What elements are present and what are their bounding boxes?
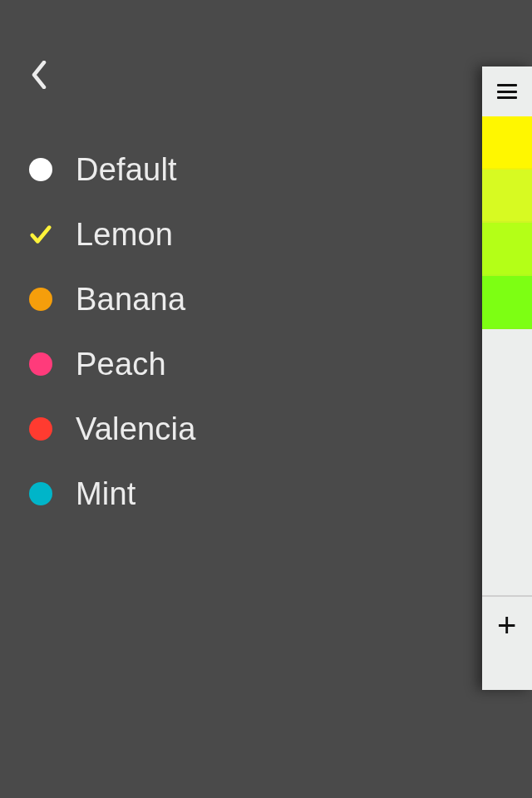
theme-list: DefaultLemonBananaPeachValenciaMint: [29, 137, 482, 526]
theme-item-label: Default: [76, 152, 177, 188]
list-item[interactable]: [482, 116, 532, 170]
revealed-footer: +: [482, 595, 532, 653]
theme-item-mint[interactable]: Mint: [29, 461, 482, 526]
theme-item-peach[interactable]: Peach: [29, 332, 482, 397]
revealed-topbar: [482, 66, 532, 116]
chevron-left-icon: [31, 61, 47, 89]
theme-item-label: Peach: [76, 347, 166, 382]
add-button[interactable]: +: [497, 608, 516, 642]
back-button[interactable]: [22, 58, 56, 91]
color-swatch-icon: [29, 417, 52, 441]
theme-item-label: Banana: [76, 282, 185, 318]
theme-item-lemon[interactable]: Lemon: [29, 202, 482, 267]
theme-item-label: Lemon: [76, 217, 173, 253]
list-item[interactable]: [482, 170, 532, 223]
theme-item-banana[interactable]: Banana: [29, 267, 482, 332]
theme-item-valencia[interactable]: Valencia: [29, 397, 482, 461]
list-item[interactable]: [482, 223, 532, 276]
checkmark-icon: [29, 223, 52, 246]
hamburger-icon[interactable]: [497, 84, 517, 99]
revealed-main-panel[interactable]: +: [482, 66, 532, 690]
theme-item-default[interactable]: Default: [29, 137, 482, 202]
theme-item-label: Valencia: [76, 411, 196, 447]
list-item[interactable]: [482, 276, 532, 329]
color-swatch-icon: [29, 482, 52, 505]
revealed-body: [482, 329, 532, 595]
theme-item-label: Mint: [76, 476, 136, 512]
color-swatch-icon: [29, 352, 52, 376]
color-swatch-icon: [29, 158, 52, 181]
color-swatch-icon: [29, 288, 52, 311]
theme-sidebar: DefaultLemonBananaPeachValenciaMint: [0, 0, 482, 798]
